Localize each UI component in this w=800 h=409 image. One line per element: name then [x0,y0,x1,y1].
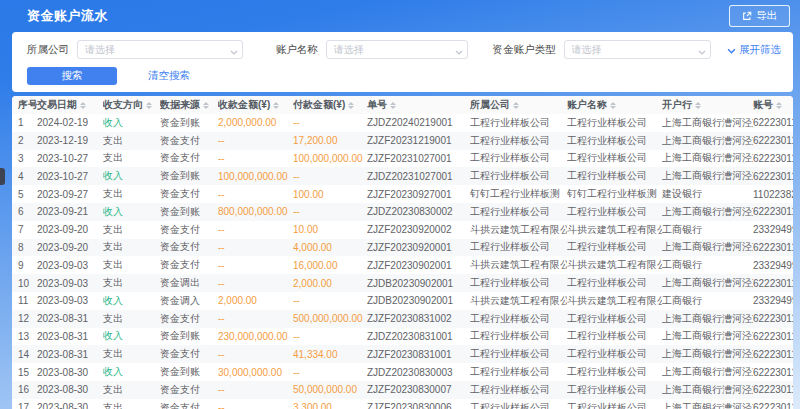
expand-filter-label: 展开筛选 [739,43,781,57]
cell-account-no: 62223011 [753,135,793,146]
cell-date: 2023-10-27 [37,171,103,182]
cell-source: 资金调出 [160,276,218,290]
column-header[interactable]: 收款金额(¥) [218,98,293,112]
cell-source: 资金到账 [160,365,218,379]
cell-amount-in: 2,000,000.00 [218,117,293,128]
cell-seq: 12 [18,313,37,324]
cell-source: 资金支付 [160,312,218,326]
cell-amount-out: 50,000,000.00 [293,384,367,395]
cell-date: 2023-09-27 [37,189,103,200]
cell-bank: 上海工商银行漕河泾支行 [662,401,753,409]
cell-amount-out: 500,000,000.00 [293,313,367,324]
cell-amount-out: 16,000.00 [293,260,367,271]
column-header[interactable]: 交易日期 [37,98,103,112]
chevron-down-icon [230,46,238,57]
cell-account-no: 62223011 [753,153,793,164]
cell-date: 2023-09-03 [37,278,103,289]
cell-company: 工程行业样板公司 [470,329,567,343]
cell-account-no: 62223011 [753,171,793,182]
cell-order-no: ZJZF20230830006 [367,402,470,409]
column-header-label: 交易日期 [37,98,77,112]
cell-account-no: 62223011 [753,117,793,128]
sort-carets-icon[interactable] [695,102,701,109]
column-header-label: 所属公司 [470,98,510,112]
column-header[interactable]: 付款金额(¥) [293,98,367,112]
cell-direction: 收入 [103,365,160,379]
cell-account-name: 工程行业样板公司 [567,365,662,379]
cell-order-no: ZJZF20230831001 [367,349,470,360]
cell-company: 工程行业样板公司 [470,383,567,397]
clear-search-button[interactable]: 清空搜索 [148,69,190,83]
cell-seq: 4 [18,171,37,182]
chevron-down-icon [698,46,706,57]
cell-amount-out: -- [293,295,367,306]
search-button[interactable]: 搜索 [27,67,117,85]
cell-date: 2023-08-30 [37,367,103,378]
column-header[interactable]: 所属公司 [470,98,567,112]
sort-carets-icon[interactable] [146,102,152,109]
cell-amount-in: -- [218,349,293,360]
cell-seq: 5 [18,189,37,200]
cell-company: 工程行业样板公司 [470,365,567,379]
cell-amount-out: 10.00 [293,224,367,235]
drawer-handle[interactable] [0,168,5,185]
cell-bank: 上海工商银行漕河泾支行 [662,240,753,254]
sort-carets-icon[interactable] [348,102,354,109]
cell-direction: 收入 [103,169,160,183]
sort-carets-icon[interactable] [610,102,616,109]
column-header[interactable]: 开户行 [662,98,753,112]
sort-carets-icon[interactable] [203,102,209,109]
cell-account-no: 62223011 [753,384,793,395]
table-row: 22023-12-19支出资金支付--17,200.00ZJZF20231219… [12,132,793,150]
cell-amount-in: -- [218,224,293,235]
cell-seq: 13 [18,331,37,342]
cell-account-name: 工程行业样板公司 [567,134,662,148]
cell-date: 2024-02-19 [37,117,103,128]
expand-filter-link[interactable]: 展开筛选 [727,43,781,57]
sort-carets-icon[interactable] [513,102,519,109]
cell-direction: 支出 [103,347,160,361]
cell-company: 工程行业样板公司 [470,312,567,326]
table-row: 132023-08-31收入资金到账230,000,000.00--ZJDZ20… [12,328,793,346]
cell-company: 工程行业样板公司 [470,401,567,409]
company-select[interactable] [77,40,243,59]
cell-account-no: 62223011 [753,402,793,409]
cell-company: 工程行业样板公司 [470,276,567,290]
cell-direction: 支出 [103,276,160,290]
table-body: 12024-02-19收入资金到账2,000,000.00--ZJDZ20240… [12,114,793,409]
column-header[interactable]: 数据来源 [160,98,218,112]
column-header[interactable]: 账号 [753,98,793,112]
cell-bank: 上海工商银行漕河泾支行 [662,205,753,219]
cell-order-no: ZJZF20230920002 [367,224,470,235]
account-type-select[interactable] [564,40,711,59]
cell-company: 工程行业样板公司 [470,151,567,165]
column-header: 序号 [18,98,37,112]
cell-order-no: ZJZF20230920001 [367,242,470,253]
cell-source: 资金支付 [160,240,218,254]
transactions-table: 序号交易日期收支方向数据来源收款金额(¥)付款金额(¥)单号所属公司账户名称开户… [12,96,793,409]
cell-account-no: 62223011 [753,313,793,324]
cell-company: 工程行业样板公司 [470,205,567,219]
cell-amount-out: -- [293,171,367,182]
cell-source: 资金支付 [160,258,218,272]
filter-label-account-type: 资金账户类型 [493,43,556,57]
cell-company: 工程行业样板公司 [470,116,567,130]
account-name-select[interactable] [326,40,468,59]
sort-carets-icon[interactable] [80,102,86,109]
column-header[interactable]: 收支方向 [103,98,160,112]
cell-source: 资金支付 [160,134,218,148]
column-header[interactable]: 单号 [367,98,470,112]
cell-account-name: 工程行业样板公司 [567,240,662,254]
sort-carets-icon[interactable] [390,102,396,109]
sort-carets-icon[interactable] [776,102,782,109]
export-button[interactable]: 导出 [729,5,790,27]
sort-carets-icon[interactable] [273,102,279,109]
column-header-label: 数据来源 [160,98,200,112]
filter-panel: 所属公司 账户名称 资金账户类型 展开筛选 搜 [12,32,793,92]
cell-order-no: ZJDB20230902001 [367,278,470,289]
cell-source: 资金到账 [160,329,218,343]
cell-seq: 17 [18,402,37,409]
column-header[interactable]: 账户名称 [567,98,662,112]
cell-account-name: 工程行业样板公司 [567,169,662,183]
cell-direction: 支出 [103,223,160,237]
